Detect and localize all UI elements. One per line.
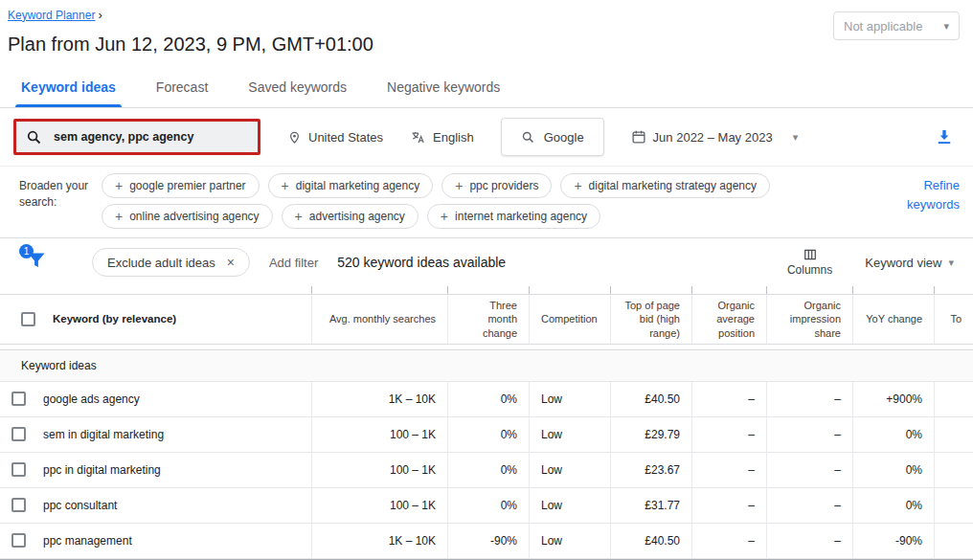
- yoy-change-cell: -90%: [852, 524, 934, 558]
- tab-saved-keywords[interactable]: Saved keywords: [233, 67, 362, 107]
- cutoff-cell: [934, 524, 973, 558]
- header-top-of-page-bid[interactable]: Top of page bid (high range): [610, 295, 691, 344]
- broaden-chip[interactable]: + advertising agency: [282, 204, 419, 229]
- language-value: English: [433, 130, 474, 145]
- plan-status-dropdown[interactable]: Not applicable ▾: [833, 11, 960, 40]
- organic-position-cell: –: [691, 488, 766, 523]
- avg-monthly-cell: 100 – 1K: [311, 488, 447, 523]
- date-range-selector[interactable]: Jun 2022 – May 2023 ▾: [631, 129, 799, 145]
- keyword-text: google ads agency: [43, 392, 140, 406]
- refine-keywords-link[interactable]: Refine keywords: [883, 173, 960, 229]
- header-competition[interactable]: Competition: [529, 295, 610, 344]
- competition-cell: Low: [529, 488, 610, 523]
- page-title: Plan from Jun 12, 2023, 9 PM, GMT+01:00: [8, 34, 958, 56]
- language-selector[interactable]: English: [410, 130, 474, 145]
- row-checkbox[interactable]: [11, 462, 26, 477]
- cutoff-cell: [934, 488, 973, 523]
- keyword-cell: google ads agency: [0, 382, 311, 416]
- chip-label: internet marketing agency: [455, 210, 587, 223]
- keyword-view-dropdown[interactable]: Keyword view ▾: [865, 256, 954, 270]
- download-button[interactable]: [935, 127, 960, 146]
- add-filter-button[interactable]: Add filter: [269, 256, 318, 270]
- header-cutoff-column[interactable]: To: [934, 295, 973, 344]
- keyword-cell: sem in digital marketing: [0, 417, 311, 452]
- toolbar: United States English Google Jun 2022 – …: [0, 108, 973, 167]
- chevron-down-icon: ▾: [943, 21, 949, 32]
- header-organic-average-position[interactable]: Organic average position: [691, 295, 766, 344]
- broaden-chip[interactable]: + ppc providers: [441, 173, 552, 198]
- broaden-chip[interactable]: + online advertising agency: [102, 204, 273, 229]
- broaden-search-section: Broaden your search: + google premier pa…: [0, 167, 973, 238]
- row-checkbox[interactable]: [11, 427, 26, 441]
- row-checkbox[interactable]: [11, 498, 26, 512]
- plan-status-value: Not applicable: [844, 19, 922, 34]
- broaden-search-label: Broaden your search:: [19, 173, 96, 229]
- broaden-chip[interactable]: + internet marketing agency: [427, 204, 600, 229]
- top-bid-cell: £40.50: [610, 382, 691, 416]
- select-all-checkbox[interactable]: [21, 312, 35, 326]
- table-row: sem in digital marketing 100 – 1K 0% Low…: [0, 417, 973, 453]
- keyword-text: ppc consultant: [43, 499, 117, 512]
- broaden-chip[interactable]: + digital marketing strategy agency: [560, 173, 770, 198]
- top-bid-cell: £31.77: [610, 488, 691, 523]
- chevron-down-icon: ▾: [948, 258, 954, 268]
- network-selector-button[interactable]: Google: [501, 118, 604, 156]
- keyword-cell: ppc consultant: [0, 488, 311, 523]
- row-checkbox[interactable]: [11, 533, 26, 548]
- plus-icon: +: [115, 178, 123, 193]
- chip-label: Exclude adult ideas: [107, 256, 215, 270]
- location-pin-icon: [287, 129, 302, 145]
- calendar-icon: [631, 129, 646, 145]
- columns-icon: [803, 248, 818, 261]
- three-month-cell: 0%: [447, 453, 529, 487]
- broaden-label-line1: Broaden your: [19, 178, 96, 194]
- close-icon[interactable]: ×: [227, 255, 235, 270]
- keyword-text: ppc in digital marketing: [43, 463, 161, 477]
- tab-keyword-ideas[interactable]: Keyword ideas: [6, 67, 131, 107]
- row-checkbox[interactable]: [11, 392, 26, 406]
- header-yoy-change[interactable]: YoY change: [852, 295, 934, 344]
- breadcrumb-link-keyword-planner[interactable]: Keyword Planner: [8, 9, 95, 22]
- header-organic-impression-share[interactable]: Organic impression share: [766, 295, 852, 344]
- top-bid-cell: £29.79: [610, 417, 691, 452]
- plus-icon: +: [115, 209, 123, 224]
- three-month-cell: 0%: [447, 417, 529, 452]
- table-row: ppc in digital marketing 100 – 1K 0% Low…: [0, 453, 973, 488]
- top-bid-cell: £23.67: [610, 453, 691, 487]
- network-value: Google: [544, 130, 584, 145]
- plus-icon: +: [282, 178, 289, 193]
- plus-icon: +: [295, 209, 303, 224]
- keyword-text: sem in digital marketing: [43, 428, 164, 441]
- search-input[interactable]: [52, 129, 248, 145]
- chip-label: advertising agency: [309, 210, 405, 223]
- yoy-change-cell: 0%: [852, 488, 934, 523]
- filter-count-badge: 1: [19, 244, 34, 258]
- tab-negative-keywords[interactable]: Negative keywords: [372, 67, 515, 107]
- chip-label: ppc providers: [469, 179, 538, 192]
- broaden-chip[interactable]: + google premier partner: [102, 173, 260, 198]
- columns-button[interactable]: Columns: [787, 248, 832, 277]
- exclude-adult-ideas-chip[interactable]: Exclude adult ideas ×: [92, 248, 250, 277]
- header-avg-monthly-searches[interactable]: Avg. monthly searches: [311, 295, 447, 344]
- header-keyword: Keyword (by relevance): [0, 295, 311, 344]
- location-value: United States: [308, 130, 383, 145]
- broaden-label-line2: search:: [19, 194, 96, 211]
- table-row: ppc management 1K – 10K -90% Low £40.50 …: [0, 524, 973, 559]
- filter-bar: 1 Exclude adult ideas × Add filter 520 k…: [0, 238, 973, 286]
- filter-funnel-button[interactable]: 1: [25, 249, 52, 276]
- chip-label: digital marketing agency: [296, 179, 419, 192]
- location-selector[interactable]: United States: [287, 129, 383, 145]
- keyword-search-box[interactable]: [13, 119, 260, 155]
- avg-monthly-cell: 1K – 10K: [311, 382, 447, 416]
- keyword-cell: ppc in digital marketing: [0, 453, 311, 487]
- cutoff-cell: [934, 382, 973, 416]
- competition-cell: Low: [529, 524, 610, 558]
- columns-label: Columns: [787, 263, 832, 277]
- broaden-chip[interactable]: + digital marketing agency: [268, 173, 434, 198]
- chip-label: google premier partner: [129, 179, 245, 192]
- header-three-month-change[interactable]: Three month change: [447, 295, 529, 344]
- cutoff-cell: [934, 417, 973, 452]
- column-resize-ticks: [0, 286, 973, 294]
- tab-forecast[interactable]: Forecast: [141, 67, 223, 107]
- date-range-value: Jun 2022 – May 2023: [653, 130, 773, 145]
